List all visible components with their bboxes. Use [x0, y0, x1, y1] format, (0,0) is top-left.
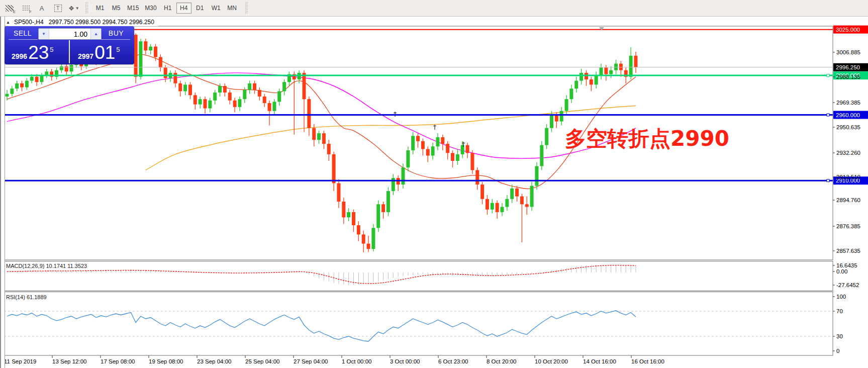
hatch-e-sub: E — [13, 10, 16, 14]
svg-text:0.00: 0.00 — [836, 268, 847, 274]
volume-decrease-button[interactable]: ▼ — [39, 29, 49, 39]
timeframe-h1-button[interactable]: H1 — [160, 3, 175, 14]
buy-price[interactable]: 2997 01 5 — [78, 44, 120, 61]
svg-text:1 Oct 00:00: 1 Oct 00:00 — [342, 358, 371, 364]
textbox-t-icon[interactable]: T — [51, 3, 64, 14]
svg-text:2876.385: 2876.385 — [836, 223, 860, 229]
chart-titlebar[interactable]: ▲ SP500-,H4 2997.750 2998.500 2994.750 2… — [6, 18, 158, 26]
timeframe-mn-button[interactable]: MN — [225, 3, 240, 14]
svg-text:25 Sep 04:00: 25 Sep 04:00 — [245, 358, 279, 364]
svg-text:16 Oct 16:00: 16 Oct 16:00 — [631, 358, 664, 364]
timeframe-m15-button[interactable]: M15 — [125, 3, 141, 14]
buy-price-small: 2997 — [78, 52, 93, 60]
line-handle[interactable] — [827, 74, 829, 77]
svg-text:17 Sep 08:00: 17 Sep 08:00 — [101, 358, 135, 364]
svg-text:10 Oct 20:00: 10 Oct 20:00 — [535, 358, 568, 364]
volume-input[interactable] — [49, 29, 90, 39]
timeframe-h4-button[interactable]: H4 — [176, 3, 191, 14]
panel-center-divider — [69, 40, 70, 63]
rsi-indicator-label: RSI(14) 61.1889 — [6, 294, 47, 300]
volume-stepper: ▼ ▲ — [38, 28, 102, 40]
text-label-a-icon[interactable]: A — [35, 3, 48, 14]
caret-down-icon: ▼ — [75, 6, 79, 11]
macd-indicator-label: MACD(12,26,9) 10.1741 11.3523 — [6, 263, 87, 269]
hatch-e-icon[interactable]: E — [3, 3, 16, 14]
svg-text:2857.635: 2857.635 — [836, 248, 860, 254]
svg-text:2932.260: 2932.260 — [836, 150, 860, 156]
buy-price-big: 01 — [94, 44, 115, 61]
svg-text:14 Oct 16:00: 14 Oct 16:00 — [583, 358, 616, 364]
sell-divider — [9, 39, 38, 40]
window-left-frame — [0, 16, 5, 368]
svg-text:2988.135: 2988.135 — [836, 74, 860, 80]
time-axis[interactable]: 11 Sep 201913 Sep 12:0017 Sep 08:0019 Se… — [4, 355, 664, 364]
trade-marker-icon: † — [394, 110, 397, 118]
trade-marker-icon: † — [433, 123, 437, 131]
svg-text:70: 70 — [836, 308, 843, 314]
svg-text:2913.510: 2913.510 — [836, 174, 860, 180]
svg-text:2996.250: 2996.250 — [836, 64, 860, 70]
timeframe-m5-button[interactable]: M5 — [109, 3, 124, 14]
trade-marker-icon: † — [462, 140, 465, 148]
svg-text:30: 30 — [836, 333, 843, 339]
svg-text:2960.000: 2960.000 — [836, 112, 860, 118]
ohlc-values: 2997.750 2998.500 2994.750 2996.250 — [49, 19, 154, 26]
toolbar-separator — [85, 2, 89, 14]
buy-button[interactable]: BUY — [101, 28, 131, 39]
price-axis[interactable]: 3006.8852988.1352969.3852950.6352932.260… — [833, 49, 860, 354]
line-handle[interactable] — [827, 179, 829, 182]
t-glyph: T — [54, 5, 62, 12]
a-glyph: A — [40, 5, 44, 12]
sell-price-small: 2996 — [12, 52, 27, 60]
buy-price-sup: 5 — [116, 46, 120, 53]
chart-text-annotation[interactable]: 多空转折点2990 — [565, 125, 729, 153]
svg-text:-27.6452: -27.6452 — [836, 282, 859, 288]
sell-price[interactable]: 2996 23 5 — [12, 44, 54, 61]
svg-text:6 Oct 23:00: 6 Oct 23:00 — [438, 358, 468, 364]
sell-price-sup: 5 — [50, 46, 53, 53]
one-click-trading-panel: SELL BUY ▼ ▲ 2996 23 5 2997 01 5 — [5, 26, 134, 64]
objects-glyph: ❖ — [68, 5, 74, 12]
timeframe-w1-button[interactable]: W1 — [209, 3, 224, 14]
hatch-glyph — [6, 5, 14, 12]
symbol-label: SP500-,H4 — [14, 19, 44, 26]
svg-text:100: 100 — [836, 294, 846, 300]
timeframe-m1-button[interactable]: M1 — [92, 3, 108, 14]
grid-f-sub: F — [29, 10, 32, 14]
svg-text:3006.885: 3006.885 — [836, 49, 860, 55]
svg-text:2969.385: 2969.385 — [836, 100, 860, 106]
toolbar-separator-2 — [245, 2, 249, 14]
svg-text:3 Oct 00:00: 3 Oct 00:00 — [390, 358, 420, 364]
svg-text:2894.760: 2894.760 — [836, 197, 860, 203]
volume-increase-button[interactable]: ▲ — [90, 29, 101, 39]
sell-button[interactable]: SELL — [8, 28, 38, 39]
grid-glyph — [22, 5, 30, 11]
timeframe-d1-button[interactable]: D1 — [192, 3, 208, 14]
grid-f-icon[interactable]: F — [19, 3, 32, 14]
trading-terminal-window: †††3025.0002996.2502990.0002960.0002910.… — [0, 0, 868, 368]
svg-text:13 Sep 12:00: 13 Sep 12:00 — [52, 358, 86, 364]
svg-text:16.6435: 16.6435 — [836, 262, 857, 268]
svg-text:3025.000: 3025.000 — [836, 27, 860, 33]
sell-price-big: 23 — [28, 44, 49, 61]
svg-text:23 Sep 04:00: 23 Sep 04:00 — [197, 358, 231, 364]
collapse-icon[interactable]: ▲ — [6, 20, 10, 25]
objects-dropdown-icon[interactable]: ❖▼ — [67, 3, 80, 14]
svg-text:8 Oct 20:00: 8 Oct 20:00 — [487, 358, 516, 364]
svg-text:11 Sep 2019: 11 Sep 2019 — [4, 358, 36, 364]
svg-text:19 Sep 08:00: 19 Sep 08:00 — [149, 358, 183, 364]
svg-text:27 Sep 04:00: 27 Sep 04:00 — [294, 358, 328, 364]
timeframe-m30-button[interactable]: M30 — [142, 3, 159, 14]
toolbar: E F A T ❖▼ M1 M5 M15 M30 H1 H4 D1 W1 MN — [0, 0, 868, 17]
svg-text:2950.635: 2950.635 — [836, 124, 860, 130]
buy-divider — [101, 39, 130, 40]
svg-text:0: 0 — [836, 348, 839, 354]
line-handle[interactable] — [827, 114, 829, 116]
